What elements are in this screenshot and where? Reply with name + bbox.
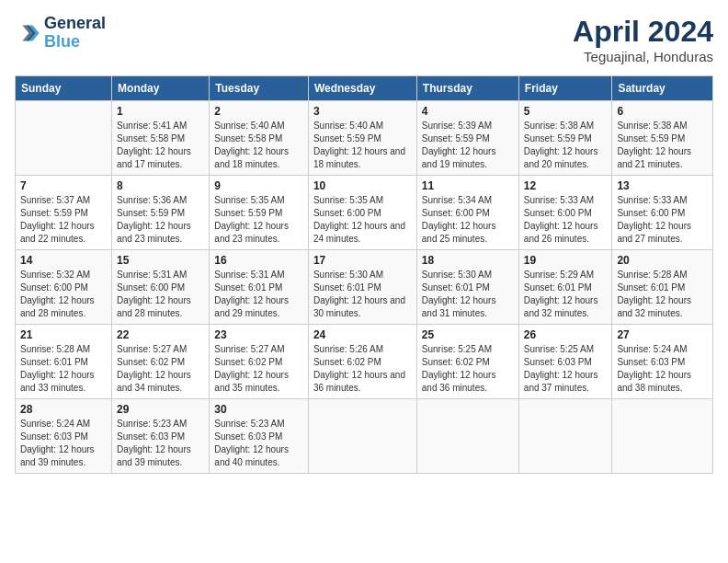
day-number: 9 xyxy=(214,179,303,192)
page-header: General Blue April 2024 Teguajinal, Hond… xyxy=(15,15,713,64)
calendar-cell: 4Sunrise: 5:39 AM Sunset: 5:59 PM Daylig… xyxy=(416,101,518,176)
day-number: 25 xyxy=(422,328,514,341)
day-number: 26 xyxy=(524,328,608,341)
day-info: Sunrise: 5:28 AM Sunset: 6:01 PM Dayligh… xyxy=(617,269,708,320)
day-number: 13 xyxy=(617,179,708,192)
calendar-cell: 15Sunrise: 5:31 AM Sunset: 6:00 PM Dayli… xyxy=(112,250,210,325)
day-number: 17 xyxy=(313,254,412,267)
day-info: Sunrise: 5:24 AM Sunset: 6:03 PM Dayligh… xyxy=(617,343,708,395)
day-number: 6 xyxy=(617,105,708,118)
day-info: Sunrise: 5:39 AM Sunset: 5:59 PM Dayligh… xyxy=(422,120,514,171)
calendar-cell: 13Sunrise: 5:33 AM Sunset: 6:00 PM Dayli… xyxy=(612,176,713,250)
day-info: Sunrise: 5:25 AM Sunset: 6:02 PM Dayligh… xyxy=(422,343,514,395)
day-info: Sunrise: 5:31 AM Sunset: 6:00 PM Dayligh… xyxy=(117,269,204,320)
calendar-cell: 21Sunrise: 5:28 AM Sunset: 6:01 PM Dayli… xyxy=(16,325,112,399)
day-info: Sunrise: 5:33 AM Sunset: 6:00 PM Dayligh… xyxy=(617,194,708,246)
day-number: 30 xyxy=(214,403,303,416)
day-number: 29 xyxy=(117,403,204,416)
weekday-header-saturday: Saturday xyxy=(612,76,713,101)
weekday-header-tuesday: Tuesday xyxy=(210,76,309,101)
day-info: Sunrise: 5:25 AM Sunset: 6:03 PM Dayligh… xyxy=(524,343,608,395)
day-number: 3 xyxy=(313,105,412,118)
day-info: Sunrise: 5:23 AM Sunset: 6:03 PM Dayligh… xyxy=(214,418,303,469)
calendar-cell: 5Sunrise: 5:38 AM Sunset: 5:59 PM Daylig… xyxy=(518,101,612,176)
day-info: Sunrise: 5:38 AM Sunset: 5:59 PM Dayligh… xyxy=(617,120,708,171)
day-number: 8 xyxy=(117,179,204,192)
calendar-cell: 25Sunrise: 5:25 AM Sunset: 6:02 PM Dayli… xyxy=(416,325,518,399)
calendar-cell: 23Sunrise: 5:27 AM Sunset: 6:02 PM Dayli… xyxy=(210,325,309,399)
calendar-cell: 9Sunrise: 5:35 AM Sunset: 5:59 PM Daylig… xyxy=(210,176,309,250)
day-number: 21 xyxy=(20,328,107,341)
calendar-cell: 30Sunrise: 5:23 AM Sunset: 6:03 PM Dayli… xyxy=(210,399,309,474)
weekday-header-sunday: Sunday xyxy=(16,76,112,101)
day-number: 4 xyxy=(422,105,514,118)
week-row-5: 28Sunrise: 5:24 AM Sunset: 6:03 PM Dayli… xyxy=(16,399,713,474)
day-number: 2 xyxy=(214,105,303,118)
day-info: Sunrise: 5:40 AM Sunset: 5:58 PM Dayligh… xyxy=(214,120,303,171)
day-info: Sunrise: 5:34 AM Sunset: 6:00 PM Dayligh… xyxy=(422,194,514,246)
day-info: Sunrise: 5:27 AM Sunset: 6:02 PM Dayligh… xyxy=(117,343,204,395)
logo-icon xyxy=(15,20,40,46)
week-row-4: 21Sunrise: 5:28 AM Sunset: 6:01 PM Dayli… xyxy=(16,325,713,399)
day-number: 19 xyxy=(524,254,608,267)
week-row-2: 7Sunrise: 5:37 AM Sunset: 5:59 PM Daylig… xyxy=(16,176,713,250)
day-info: Sunrise: 5:28 AM Sunset: 6:01 PM Dayligh… xyxy=(20,343,107,395)
week-row-3: 14Sunrise: 5:32 AM Sunset: 6:00 PM Dayli… xyxy=(16,250,713,325)
day-number: 15 xyxy=(117,254,204,267)
day-info: Sunrise: 5:33 AM Sunset: 6:00 PM Dayligh… xyxy=(524,194,608,246)
week-row-1: 1Sunrise: 5:41 AM Sunset: 5:58 PM Daylig… xyxy=(16,101,713,176)
day-info: Sunrise: 5:30 AM Sunset: 6:01 PM Dayligh… xyxy=(313,269,412,320)
day-info: Sunrise: 5:29 AM Sunset: 6:01 PM Dayligh… xyxy=(524,269,608,320)
calendar-cell: 29Sunrise: 5:23 AM Sunset: 6:03 PM Dayli… xyxy=(112,399,210,474)
calendar-cell xyxy=(518,399,612,474)
day-info: Sunrise: 5:26 AM Sunset: 6:02 PM Dayligh… xyxy=(313,343,412,395)
day-number: 1 xyxy=(117,105,204,118)
title-area: April 2024 Teguajinal, Honduras xyxy=(573,15,713,64)
calendar-cell: 2Sunrise: 5:40 AM Sunset: 5:58 PM Daylig… xyxy=(210,101,309,176)
location-subtitle: Teguajinal, Honduras xyxy=(573,49,713,64)
calendar-cell: 3Sunrise: 5:40 AM Sunset: 5:59 PM Daylig… xyxy=(308,101,416,176)
day-number: 23 xyxy=(214,328,303,341)
calendar-cell: 7Sunrise: 5:37 AM Sunset: 5:59 PM Daylig… xyxy=(16,176,112,250)
calendar-cell: 8Sunrise: 5:36 AM Sunset: 5:59 PM Daylig… xyxy=(112,176,210,250)
day-info: Sunrise: 5:41 AM Sunset: 5:58 PM Dayligh… xyxy=(117,120,204,171)
day-number: 16 xyxy=(214,254,303,267)
day-info: Sunrise: 5:35 AM Sunset: 6:00 PM Dayligh… xyxy=(313,194,412,246)
calendar-cell: 27Sunrise: 5:24 AM Sunset: 6:03 PM Dayli… xyxy=(612,325,713,399)
day-info: Sunrise: 5:23 AM Sunset: 6:03 PM Dayligh… xyxy=(117,418,204,469)
day-info: Sunrise: 5:24 AM Sunset: 6:03 PM Dayligh… xyxy=(20,418,107,469)
day-number: 20 xyxy=(617,254,708,267)
calendar-cell: 28Sunrise: 5:24 AM Sunset: 6:03 PM Dayli… xyxy=(16,399,112,474)
weekday-header-monday: Monday xyxy=(112,76,210,101)
calendar-cell: 19Sunrise: 5:29 AM Sunset: 6:01 PM Dayli… xyxy=(518,250,612,325)
weekday-header-friday: Friday xyxy=(518,76,612,101)
weekday-header-thursday: Thursday xyxy=(416,76,518,101)
day-number: 28 xyxy=(20,403,107,416)
calendar-cell: 17Sunrise: 5:30 AM Sunset: 6:01 PM Dayli… xyxy=(308,250,416,325)
calendar-cell: 14Sunrise: 5:32 AM Sunset: 6:00 PM Dayli… xyxy=(16,250,112,325)
calendar-cell xyxy=(16,101,112,176)
calendar-cell: 22Sunrise: 5:27 AM Sunset: 6:02 PM Dayli… xyxy=(112,325,210,399)
day-info: Sunrise: 5:36 AM Sunset: 5:59 PM Dayligh… xyxy=(117,194,204,246)
calendar-cell: 1Sunrise: 5:41 AM Sunset: 5:58 PM Daylig… xyxy=(112,101,210,176)
day-info: Sunrise: 5:27 AM Sunset: 6:02 PM Dayligh… xyxy=(214,343,303,395)
calendar-cell xyxy=(308,399,416,474)
day-number: 14 xyxy=(20,254,107,267)
day-number: 5 xyxy=(524,105,608,118)
logo: General Blue xyxy=(15,15,106,52)
day-info: Sunrise: 5:38 AM Sunset: 5:59 PM Dayligh… xyxy=(524,120,608,171)
day-info: Sunrise: 5:37 AM Sunset: 5:59 PM Dayligh… xyxy=(20,194,107,246)
day-number: 12 xyxy=(524,179,608,192)
day-number: 22 xyxy=(117,328,204,341)
calendar-cell: 12Sunrise: 5:33 AM Sunset: 6:00 PM Dayli… xyxy=(518,176,612,250)
calendar-cell: 26Sunrise: 5:25 AM Sunset: 6:03 PM Dayli… xyxy=(518,325,612,399)
day-number: 18 xyxy=(422,254,514,267)
calendar-cell: 10Sunrise: 5:35 AM Sunset: 6:00 PM Dayli… xyxy=(308,176,416,250)
day-info: Sunrise: 5:32 AM Sunset: 6:00 PM Dayligh… xyxy=(20,269,107,320)
day-number: 10 xyxy=(313,179,412,192)
calendar-cell: 6Sunrise: 5:38 AM Sunset: 5:59 PM Daylig… xyxy=(612,101,713,176)
calendar-cell: 16Sunrise: 5:31 AM Sunset: 6:01 PM Dayli… xyxy=(210,250,309,325)
day-number: 11 xyxy=(422,179,514,192)
day-number: 7 xyxy=(20,179,107,192)
calendar-cell: 20Sunrise: 5:28 AM Sunset: 6:01 PM Dayli… xyxy=(612,250,713,325)
